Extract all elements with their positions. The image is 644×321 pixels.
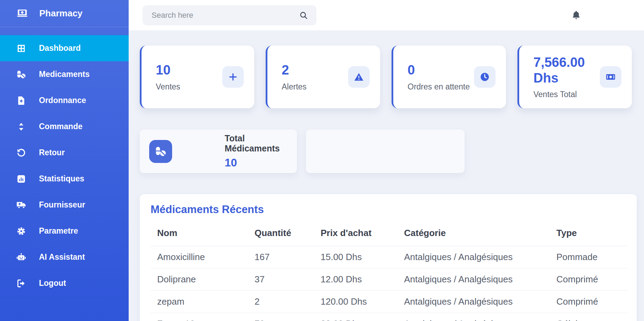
cell-quantite: 167 (255, 246, 321, 268)
medicaments-table: Nom Quantité Prix d'achat Catégorie Type… (151, 221, 628, 321)
stat-value: 0 (408, 62, 470, 78)
summary-text: Total Médicaments 10 (225, 133, 297, 169)
sidebar-item-parametre[interactable]: Parametre (0, 218, 129, 244)
sidebar-item-medicaments[interactable]: Medicaments (0, 61, 129, 87)
recent-medicaments-card: Médicaments Récents Nom Quantité Prix d'… (140, 194, 637, 321)
sidebar: Pharmacy Dashboard Medicaments Ordonnanc… (0, 0, 129, 321)
sidebar-item-statistiques[interactable]: Statistiques (0, 166, 129, 192)
bar-chart-icon (16, 174, 26, 184)
cell-nom: Doliprane (151, 268, 255, 290)
stat-label: Alertes (282, 82, 307, 92)
sidebar-item-logout[interactable]: Logout (0, 270, 129, 296)
sidebar-item-dashboard[interactable]: Dashboard (0, 35, 129, 61)
warning-triangle-icon (348, 66, 370, 88)
cell-quantite: 70 (255, 313, 321, 321)
brand[interactable]: Pharmacy (0, 0, 129, 27)
table-row: Doliprane 37 12.00 Dhs Antalgiques / Ana… (151, 268, 628, 290)
total-medicaments-card: Total Médicaments 10 (140, 130, 297, 173)
table-header-row: Nom Quantité Prix d'achat Catégorie Type (151, 221, 628, 246)
cell-quantite: 37 (255, 268, 321, 290)
cell-quantite: 2 (255, 290, 321, 313)
stat-label: Ordres en attente (408, 82, 470, 92)
gear-icon (16, 226, 26, 236)
table-row: Amoxicilline 167 15.00 Dhs Antalgiques /… (151, 246, 628, 268)
cell-type: Gélule (556, 313, 628, 321)
search-box (143, 5, 316, 25)
sidebar-item-label: AI Assistant (39, 252, 85, 262)
summary-row: Total Médicaments 10 (140, 130, 644, 173)
stat-card-ventes: 10 Ventes (140, 46, 254, 108)
topbar (129, 0, 644, 31)
brand-label: Pharmacy (39, 8, 82, 19)
stat-text: 10 Ventes (156, 62, 180, 91)
file-medical-icon (16, 95, 26, 106)
stat-card-ventes-total: 7,566.00 Dhs Ventes Total (517, 46, 632, 108)
clock-icon (474, 66, 496, 88)
robot-icon (16, 252, 26, 263)
sidebar-item-retour[interactable]: Retour (0, 140, 129, 166)
column-header-nom: Nom (151, 221, 255, 246)
stat-value: 7,566.00 Dhs (533, 55, 600, 85)
column-header-prix: Prix d'achat (321, 221, 404, 246)
summary-title: Total Médicaments (225, 133, 297, 154)
table-row: Zyrtec 10mg 70 22.00 Dhs Antalgiques / A… (151, 313, 628, 321)
cell-categorie: Antalgiques / Analgésiques (404, 290, 556, 313)
sidebar-item-ordonnance[interactable]: Ordonnance (0, 87, 129, 113)
sidebar-item-label: Retour (39, 148, 65, 157)
summary-value: 10 (225, 156, 297, 169)
stat-text: 2 Alertes (282, 62, 307, 91)
cell-categorie: Antalgiques / Analgésiques (404, 246, 556, 268)
cell-nom: zepam (151, 290, 255, 313)
cell-nom: Amoxicilline (151, 246, 255, 268)
column-header-type: Type (556, 221, 628, 246)
search-icon[interactable] (299, 11, 308, 20)
stat-value: 10 (156, 62, 180, 78)
column-header-quantite: Quantité (255, 221, 321, 246)
cell-prix: 22.00 Dhs (321, 313, 404, 321)
stat-text: 7,566.00 Dhs Ventes Total (533, 55, 600, 99)
stat-value: 2 (282, 62, 307, 78)
sort-arrows-icon (16, 122, 26, 132)
sidebar-item-label: Ordonnance (39, 96, 86, 105)
stat-label: Ventes (156, 82, 180, 92)
sidebar-item-fournisseur[interactable]: Fournisseur (0, 192, 129, 218)
bell-icon[interactable] (571, 10, 581, 21)
cell-nom: Zyrtec 10mg (151, 313, 255, 321)
sidebar-item-label: Statistiques (39, 174, 84, 183)
cell-type: Pommade (556, 246, 628, 268)
rotate-left-icon (16, 148, 26, 158)
cell-categorie: Antalgiques / Analgésiques (404, 268, 556, 290)
stat-text: 0 Ordres en attente (408, 62, 470, 91)
cell-type: Comprimé (556, 268, 628, 290)
cell-prix: 120.00 Dhs (321, 290, 404, 313)
table-title: Médicaments Récents (151, 203, 628, 216)
logout-icon (16, 278, 26, 289)
stat-card-alertes: 2 Alertes (266, 46, 380, 108)
empty-card (306, 130, 465, 173)
laptop-medical-icon (16, 8, 28, 19)
search-input[interactable] (143, 11, 299, 20)
sidebar-item-label: Dashboard (39, 44, 81, 53)
pills-icon (149, 140, 172, 163)
sidebar-item-label: Logout (39, 279, 66, 288)
column-header-categorie: Catégorie (404, 221, 556, 246)
sidebar-item-commande[interactable]: Commande (0, 113, 129, 140)
table-row: zepam 2 120.00 Dhs Antalgiques / Analgés… (151, 290, 628, 313)
grid-icon (16, 43, 26, 54)
cell-type: Comprimé (556, 290, 628, 313)
stat-label: Ventes Total (533, 90, 600, 99)
sidebar-item-ai-assistant[interactable]: AI Assistant (0, 244, 129, 270)
stat-card-ordres: 0 Ordres en attente (392, 46, 506, 108)
truck-medical-icon (16, 200, 26, 210)
stats-row: 10 Ventes 2 Alertes 0 Ordres en attente (140, 46, 632, 108)
sidebar-item-label: Commande (39, 122, 82, 131)
main-content: 10 Ventes 2 Alertes 0 Ordres en attente (129, 31, 644, 321)
plus-icon[interactable] (222, 66, 244, 88)
money-bill-icon (600, 66, 621, 88)
sidebar-item-label: Medicaments (39, 70, 90, 79)
cell-categorie: Antalgiques / Analgésiques (404, 313, 556, 321)
sidebar-item-label: Fournisseur (39, 200, 85, 210)
sidebar-nav: Dashboard Medicaments Ordonnance Command… (0, 27, 129, 296)
cell-prix: 12.00 Dhs (321, 268, 404, 290)
cell-prix: 15.00 Dhs (321, 246, 404, 268)
